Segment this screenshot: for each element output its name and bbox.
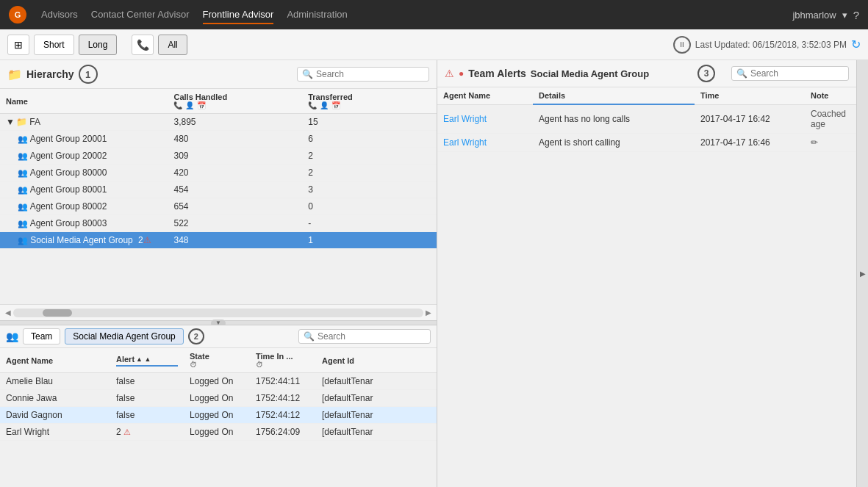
long-button[interactable]: Long bbox=[79, 35, 118, 55]
scroll-left-arrow[interactable]: ◀ bbox=[3, 309, 13, 317]
hierarchy-table-body: ▼📁 FA 3,895 15 👥 Agent Group 20001 480 6… bbox=[0, 114, 437, 249]
team-state-cell: Logged On bbox=[184, 390, 250, 407]
nav-frontline[interactable]: Frontline Advisor bbox=[203, 6, 274, 24]
team-search-box: 🔍 bbox=[298, 329, 431, 344]
last-updated-label: Last Updated: 06/15/2018, 3:52:03 PM bbox=[695, 40, 847, 50]
hierarchy-table-row[interactable]: 👥 Social Media Agent Group 2⚠ 348 1 bbox=[0, 232, 437, 249]
alert-warning-icon: ⚠ bbox=[445, 68, 454, 79]
team-tab-header: 👥 Team Social Media Agent Group 2 🔍 bbox=[0, 325, 437, 348]
alerts-header-row: Agent Name Details Time Note bbox=[437, 87, 856, 104]
alerts-note-cell: Coached age bbox=[805, 104, 856, 133]
team-col-alert: Alert ▲ bbox=[110, 348, 184, 373]
folder-icon: 📁 bbox=[7, 68, 22, 82]
alerts-note-cell: ✏ bbox=[805, 133, 856, 151]
hierarchy-table-header: Name Calls Handled 📞 👤 📅 bbox=[0, 89, 437, 114]
agent-group-icon: 👥 bbox=[18, 185, 28, 194]
hierarchy-table-container: Name Calls Handled 📞 👤 📅 bbox=[0, 89, 437, 304]
nav-administration[interactable]: Administration bbox=[287, 6, 347, 24]
team-alert-val: false bbox=[116, 410, 134, 420]
hierarchy-table-row[interactable]: ▼📁 FA 3,895 15 bbox=[0, 114, 437, 131]
col-calls-header: Calls Handled 📞 👤 📅 bbox=[168, 89, 302, 114]
team-table-row[interactable]: Connie Jawa false Logged On 1752:44:12 [… bbox=[0, 390, 437, 407]
row-calls-cell: 654 bbox=[168, 198, 302, 215]
grid-view-button[interactable]: ⊞ bbox=[7, 35, 29, 55]
edit-note-icon[interactable]: ✏ bbox=[811, 137, 818, 148]
hierarchy-badge: 1 bbox=[79, 65, 98, 84]
left-panel: 📁 Hierarchy 1 🔍 Name bbox=[0, 60, 437, 487]
row-name: FA bbox=[29, 117, 40, 127]
row-transferred-cell: 2 bbox=[302, 148, 437, 165]
row-calls-cell: 454 bbox=[168, 181, 302, 198]
alert-sort-icon[interactable]: ▲ bbox=[136, 356, 151, 363]
nav-contact-center[interactable]: Contact Center Advisor bbox=[91, 6, 190, 24]
phone-button[interactable]: 📞 bbox=[132, 35, 154, 55]
alerts-agent-link[interactable]: Earl Wright bbox=[443, 137, 487, 148]
alerts-search-input[interactable] bbox=[750, 68, 844, 79]
refresh-button[interactable]: ↻ bbox=[851, 37, 861, 51]
team-search-icon: 🔍 bbox=[304, 331, 315, 342]
team-table: Agent Name Alert ▲ State ⏱ bbox=[0, 348, 437, 441]
row-calls-cell: 3,895 bbox=[168, 114, 302, 131]
row-calls-cell: 420 bbox=[168, 165, 302, 181]
all-button[interactable]: All bbox=[158, 35, 187, 55]
team-agent-name: Earl Wright bbox=[6, 427, 49, 437]
right-panel-header: ⚠ ● Team Alerts Social Media Agent Group… bbox=[437, 60, 856, 87]
hierarchy-title-text: Hierarchy bbox=[26, 68, 74, 80]
scroll-track[interactable] bbox=[13, 309, 423, 317]
hierarchy-table-row[interactable]: 👥 Agent Group 80002 654 0 bbox=[0, 198, 437, 215]
hierarchy-section: 📁 Hierarchy 1 🔍 Name bbox=[0, 60, 437, 325]
team-table-row[interactable]: Earl Wright 2 ⚠ Logged On 1756:24:09 [de… bbox=[0, 424, 437, 441]
agent-group-icon: 👥 bbox=[18, 219, 28, 228]
user-dropdown-icon[interactable]: ▾ bbox=[842, 10, 847, 21]
calls-phone-icon: 📞 bbox=[173, 101, 182, 109]
team-time-cell: 1756:24:09 bbox=[250, 424, 316, 441]
right-expand-button[interactable]: ▶ bbox=[856, 60, 868, 487]
pause-button[interactable]: ⏸ bbox=[673, 36, 691, 54]
agent-group-icon: 👥 bbox=[18, 236, 28, 245]
team-tab-button[interactable]: Team bbox=[23, 328, 60, 344]
trans-cal-icon: 📅 bbox=[331, 101, 340, 109]
hierarchy-table-row[interactable]: 👥 Agent Group 80001 454 3 bbox=[0, 181, 437, 198]
team-time-cell: 1752:44:12 bbox=[250, 390, 316, 407]
row-name-cell: ▼📁 FA bbox=[0, 114, 168, 131]
right-wrapper: ⚠ ● Team Alerts Social Media Agent Group… bbox=[437, 60, 868, 487]
team-alert-val: false bbox=[116, 393, 134, 403]
folder-icon: 📁 bbox=[16, 117, 27, 127]
scroll-right-arrow[interactable]: ▶ bbox=[423, 309, 434, 317]
topbar: G Advisors Contact Center Advisor Frontl… bbox=[0, 0, 868, 29]
alerts-table-body: Earl Wright Agent has no long calls 2017… bbox=[437, 104, 856, 151]
team-alerts-badge: 3 bbox=[697, 65, 715, 82]
agent-group-icon: 👥 bbox=[18, 151, 28, 160]
help-button[interactable]: ? bbox=[853, 9, 859, 21]
col-name-header: Name bbox=[0, 89, 168, 114]
hierarchy-search-input[interactable] bbox=[316, 69, 424, 79]
team-group-tab-button[interactable]: Social Media Agent Group bbox=[65, 328, 183, 344]
team-alert-count: 2 ⚠ bbox=[116, 427, 131, 437]
hierarchy-table-row[interactable]: 👥 Agent Group 80003 522 - bbox=[0, 215, 437, 232]
team-agentid-cell: [defaultTenar bbox=[316, 390, 437, 407]
row-name-cell: 👥 Agent Group 80003 bbox=[0, 215, 168, 232]
team-agent-name: Connie Jawa bbox=[6, 393, 57, 403]
team-agent-name: David Gagnon bbox=[6, 410, 62, 420]
edit-note-icon[interactable]: Coached age bbox=[811, 109, 846, 129]
short-button[interactable]: Short bbox=[34, 35, 74, 55]
alerts-agent-link[interactable]: Earl Wright bbox=[443, 114, 487, 124]
team-table-row[interactable]: Amelie Blau false Logged On 1752:44:11 [… bbox=[0, 373, 437, 390]
user-menu[interactable]: jbhmarlow bbox=[792, 10, 836, 21]
hierarchy-table: Name Calls Handled 📞 👤 📅 bbox=[0, 89, 437, 249]
team-table-row[interactable]: David Gagnon false Logged On 1752:44:12 … bbox=[0, 407, 437, 424]
team-col-agentid: Agent Id bbox=[316, 348, 437, 373]
hierarchy-search-icon: 🔍 bbox=[302, 69, 313, 79]
nav-advisors[interactable]: Advisors bbox=[41, 6, 78, 24]
resize-handle-hierarchy[interactable]: ▼ bbox=[0, 320, 437, 325]
team-search-input[interactable] bbox=[318, 331, 426, 342]
alerts-table-row: Earl Wright Agent is short calling 2017-… bbox=[437, 133, 856, 151]
team-alert-val: false bbox=[116, 376, 134, 386]
row-name-cell: 👥 Agent Group 80001 bbox=[0, 181, 168, 198]
alerts-table-container: Agent Name Details Time Note Earl Wright… bbox=[437, 87, 856, 487]
agent-group-icon: 👥 bbox=[18, 168, 28, 177]
hierarchy-table-row[interactable]: 👥 Agent Group 20001 480 6 bbox=[0, 131, 437, 148]
hierarchy-table-row[interactable]: 👥 Agent Group 20002 309 2 bbox=[0, 148, 437, 165]
hierarchy-table-row[interactable]: 👥 Agent Group 80000 420 2 bbox=[0, 165, 437, 181]
team-table-container: Agent Name Alert ▲ State ⏱ bbox=[0, 348, 437, 487]
